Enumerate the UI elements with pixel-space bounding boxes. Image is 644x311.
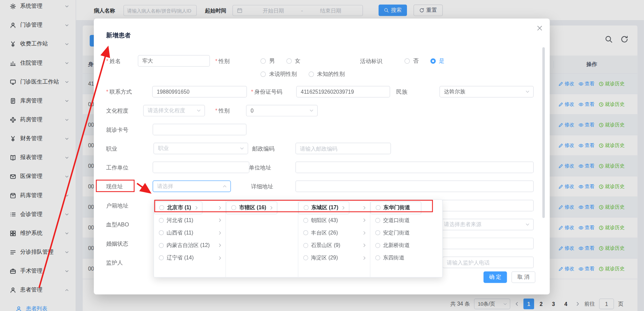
ethnicity-select[interactable]: 达斡尔族	[439, 86, 533, 97]
guardian-phone-input[interactable]	[442, 257, 534, 268]
address-cascader-dropdown: 北京市 (1) 天津市 (1) 河北省 (11) 山西省	[153, 199, 443, 278]
radio-icon[interactable]	[159, 255, 164, 260]
current-address-label: 现住址	[106, 183, 123, 190]
cascader-option[interactable]: 丰台区 (26)	[298, 226, 370, 239]
cascader-option[interactable]: 河北省 (11)	[154, 214, 226, 226]
radio-icon[interactable]	[375, 230, 380, 236]
radio-icon	[261, 58, 266, 64]
unit-address-input[interactable]	[295, 162, 534, 173]
work-unit-label: 工作单位	[106, 164, 128, 172]
chevron-right-icon	[362, 243, 367, 248]
confirm-button[interactable]: 确 定	[484, 271, 507, 283]
cascader-option[interactable]: 北新桥街道	[370, 239, 442, 252]
current-address-cascader-input[interactable]: 请选择	[153, 181, 231, 192]
education-select[interactable]: 请选择文化程度	[143, 105, 205, 116]
cancel-button[interactable]: 取 消	[511, 271, 535, 283]
cascader-option[interactable]: 朝阳区 (43)	[298, 214, 370, 226]
gender-label: *性别	[215, 58, 230, 65]
radio-icon	[430, 58, 436, 64]
occupation-select[interactable]: 职业	[153, 143, 248, 154]
chevron-right-icon	[194, 206, 198, 210]
active-flag-label: 活动标识	[360, 58, 382, 65]
gender-select[interactable]: 0	[246, 105, 318, 116]
radio-unknown-gender[interactable]: 未知的性别	[309, 70, 345, 78]
chevron-right-icon	[362, 218, 367, 222]
radio-icon[interactable]	[303, 205, 309, 210]
contact-input[interactable]	[152, 86, 247, 97]
contact-label: *联系方式	[106, 88, 132, 96]
gender-radio-group: 男 女	[261, 56, 300, 65]
radio-icon[interactable]	[375, 255, 380, 260]
gender-select-label: *性别	[215, 107, 230, 115]
chevron-right-icon	[362, 230, 367, 235]
radio-icon[interactable]	[159, 218, 164, 223]
active-flag-radio-group: 否 是	[405, 56, 444, 65]
radio-male[interactable]: 男	[261, 57, 275, 65]
cascader-option[interactable]: 市辖区 (16)	[226, 201, 277, 214]
cascader-city-column: 市辖区 (16)	[226, 200, 298, 277]
modal-scrollbar[interactable]	[542, 47, 545, 218]
chevron-right-icon	[218, 230, 222, 235]
detail-address-input[interactable]	[295, 181, 534, 192]
chevron-placeholder	[435, 218, 439, 222]
chevron-down-icon	[525, 89, 530, 94]
radio-icon[interactable]	[303, 230, 308, 236]
radio-unstated-gender[interactable]: 未说明性别	[261, 70, 297, 78]
work-unit-input[interactable]	[153, 162, 250, 173]
patient-source-select[interactable]: 请选择患者来源	[439, 219, 533, 230]
radio-no[interactable]: 否	[405, 57, 419, 65]
household-address-label: 户籍地址	[106, 202, 128, 210]
cascader-option[interactable]: 交道口街道	[370, 214, 442, 226]
unit-address-label: 单位地址	[249, 164, 271, 172]
chevron-right-icon	[218, 243, 222, 248]
postal-code-input[interactable]	[295, 143, 391, 154]
radio-icon	[405, 58, 410, 64]
visit-card-input[interactable]	[153, 124, 246, 135]
cascader-district-column: 东城区 (17) 西城区 (15) 朝阳区 (43) 丰台	[298, 200, 370, 277]
required-mark: *	[106, 89, 108, 95]
chevron-placeholder	[413, 206, 417, 210]
radio-female[interactable]: 女	[286, 57, 300, 65]
required-mark: *	[215, 58, 217, 64]
radio-icon[interactable]	[303, 255, 308, 260]
name-label: *姓名	[106, 58, 121, 65]
cascader-option[interactable]: 内蒙古自治区 (12)	[154, 239, 226, 252]
radio-icon[interactable]	[159, 205, 164, 210]
cascader-option[interactable]: 石景山区 (9)	[298, 239, 370, 252]
cascader-option[interactable]: 辽宁省 (14)	[154, 252, 226, 264]
radio-icon[interactable]	[375, 218, 380, 223]
visit-card-label: 就诊卡号	[106, 126, 128, 134]
cascader-option[interactable]: 海淀区 (29)	[298, 252, 370, 264]
chevron-right-icon	[362, 256, 367, 260]
cascader-option[interactable]: 北京市 (1)	[154, 201, 202, 214]
id-number-label: *身份证号码	[251, 88, 282, 96]
radio-icon[interactable]	[303, 243, 308, 248]
occupation-label: 职业	[106, 145, 117, 153]
radio-icon[interactable]	[159, 243, 164, 248]
radio-icon	[286, 58, 292, 64]
chevron-placeholder	[435, 230, 439, 235]
chevron-down-icon	[239, 146, 244, 151]
required-mark: *	[106, 58, 108, 64]
radio-icon[interactable]	[159, 230, 164, 236]
radio-icon[interactable]	[376, 205, 381, 210]
chevron-placeholder	[435, 243, 439, 248]
cascader-option[interactable]: 东华门街道	[370, 201, 421, 214]
name-input[interactable]	[138, 55, 210, 67]
radio-icon[interactable]	[303, 218, 308, 223]
cascader-option[interactable]: 东城区 (17)	[298, 201, 349, 214]
radio-yes[interactable]: 是	[430, 57, 444, 65]
chevron-right-icon	[341, 206, 346, 210]
cascader-street-column: 东华门街道 景山街道 交道口街道 安定门街道	[370, 200, 442, 277]
cascader-option[interactable]: 山西省 (11)	[154, 226, 226, 239]
radio-icon	[309, 71, 314, 77]
id-number-input[interactable]	[296, 86, 390, 97]
radio-icon[interactable]	[231, 205, 236, 210]
cascader-option[interactable]: 东四街道	[370, 252, 442, 264]
cascader-option[interactable]: 安定门街道	[370, 226, 442, 239]
chevron-right-icon	[362, 206, 367, 210]
guardian-label: 监护人	[106, 259, 123, 267]
detail-address-label: 详细地址	[251, 183, 273, 190]
close-icon[interactable]	[536, 25, 543, 31]
radio-icon[interactable]	[375, 243, 380, 248]
